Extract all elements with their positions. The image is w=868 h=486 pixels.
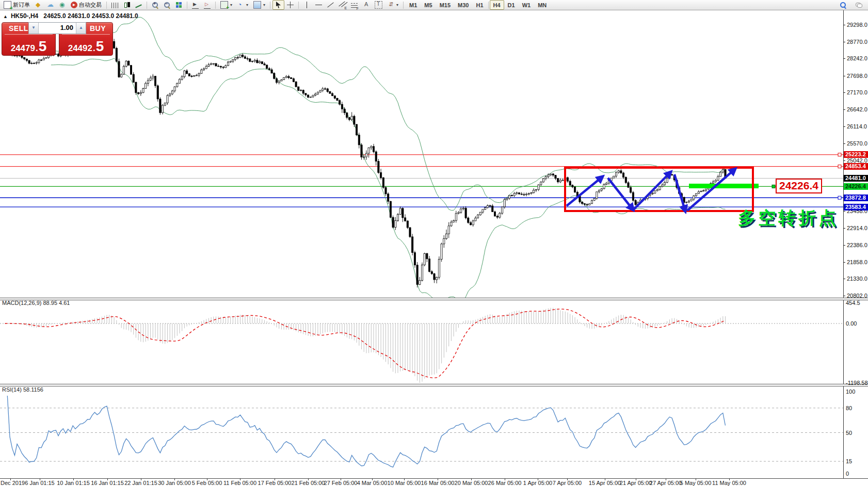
toolbar-separator[interactable] <box>270 2 270 9</box>
timeframe-h1-button[interactable]: H1 <box>472 0 487 10</box>
timeframe-h4-button[interactable]: H4 <box>490 0 504 10</box>
templates-button[interactable]: ▾ <box>251 0 268 10</box>
zoom-out-button[interactable] <box>161 0 173 10</box>
time-tick-label: 11 May 05:00 <box>712 480 746 486</box>
rsi-line <box>7 396 725 467</box>
price-tick-dash <box>843 109 845 110</box>
text-button[interactable] <box>360 0 372 10</box>
trendline-button[interactable] <box>325 0 336 10</box>
support-level-price-label[interactable]: 24226.4 <box>776 179 822 193</box>
sell-price: 24479.5 <box>2 40 55 54</box>
horizontal-line-button[interactable] <box>313 0 325 10</box>
cursor-button[interactable] <box>272 0 284 10</box>
pane-splitter-rsi[interactable] <box>0 384 868 386</box>
fibo-icon <box>351 2 358 8</box>
trend-arrow[interactable] <box>567 176 603 206</box>
fibonacci-button[interactable] <box>348 0 360 10</box>
timeframe-m1-button[interactable]: M1 <box>406 0 421 10</box>
text-label-button[interactable] <box>372 0 385 10</box>
toolbar-group[interactable]: ▾▾▾ <box>217 0 269 10</box>
timeframe-m30-button[interactable]: M30 <box>454 0 472 10</box>
time-tick-label: 5 Feb 05:00 <box>192 480 222 486</box>
periods-dropdown-icon[interactable]: ▾ <box>246 3 248 7</box>
timeframe-mn-button[interactable]: MN <box>534 0 550 10</box>
macd-pane-canvas <box>0 299 843 384</box>
metaeditor-button[interactable] <box>33 0 44 10</box>
timeframe-m5-button[interactable]: M5 <box>421 0 436 10</box>
arrows-dropdown-icon[interactable]: ▾ <box>396 3 398 7</box>
vline-icon <box>303 2 310 8</box>
trend-arrow[interactable] <box>633 172 671 210</box>
toolbar-separator[interactable] <box>106 2 107 9</box>
price-tick-dash <box>843 143 845 144</box>
turning-point-note[interactable]: 多空转折点 <box>738 206 839 230</box>
chart-shift-button[interactable] <box>201 0 213 10</box>
level-marker[interactable] <box>772 185 775 188</box>
volume-decrease-button[interactable]: ▼ <box>29 23 39 34</box>
time-tick-label: 30 Jan 05:00 <box>158 480 191 486</box>
time-axis-border <box>0 478 868 479</box>
timeframe-group[interactable]: M1M5M15M30H1H4D1W1MN <box>405 0 551 10</box>
price-tick-dash <box>843 262 845 263</box>
timeframe-w1-button[interactable]: W1 <box>519 0 535 10</box>
community-button[interactable] <box>44 0 56 10</box>
search-button[interactable] <box>837 0 849 10</box>
price-tick-label: 25570.0 <box>847 140 867 147</box>
autotrading-button[interactable]: 自动交易 <box>68 0 104 10</box>
bar-chart-button[interactable] <box>109 0 121 10</box>
level-marker[interactable] <box>838 165 841 168</box>
arrows-button[interactable]: ▾ <box>385 0 401 10</box>
templates-icon <box>253 1 261 9</box>
toolbar-separator[interactable] <box>298 2 299 9</box>
toolbar-group[interactable]: 新订单自动交易 <box>0 0 105 10</box>
chart-title: ▲HK50-,H424625.0 24631.0 24453.0 24481.0 <box>3 12 138 20</box>
timeframe-m15-button[interactable]: M15 <box>436 0 454 10</box>
toolbar-right[interactable] <box>837 0 868 10</box>
timeframe-d1-button[interactable]: D1 <box>504 0 519 10</box>
equidistant-channel-button[interactable] <box>336 0 348 10</box>
zoom-in-button[interactable] <box>149 0 161 10</box>
toolbar-group[interactable] <box>271 0 297 10</box>
pane-splitter-macd[interactable] <box>0 298 868 300</box>
time-tick-label: 22 Jan 01:15 <box>124 480 157 486</box>
toolbar-separator[interactable] <box>215 2 216 9</box>
toolbar-group[interactable]: ▾ <box>300 0 402 10</box>
templates-dropdown-icon[interactable]: ▾ <box>263 3 265 7</box>
rsi-pane-canvas <box>0 386 843 478</box>
candlestick-chart-button[interactable] <box>121 0 133 10</box>
toolbar-group[interactable] <box>188 0 214 10</box>
toolbar-group[interactable] <box>148 0 186 10</box>
macd-histogram <box>5 308 726 383</box>
toolbar-separator[interactable] <box>187 2 187 9</box>
toolbar-separator[interactable] <box>403 2 404 9</box>
line-chart-button[interactable] <box>133 0 144 10</box>
trend-arrow[interactable] <box>674 174 685 212</box>
periods-button[interactable]: ▾ <box>235 0 251 10</box>
support-bar[interactable] <box>689 184 759 188</box>
toolbar-group[interactable] <box>108 0 146 10</box>
trend-arrows[interactable] <box>567 169 735 212</box>
price-tick-dash <box>843 245 845 246</box>
toolbar-separator[interactable] <box>147 2 147 9</box>
auto-scroll-button[interactable] <box>189 0 201 10</box>
signals-icon <box>59 2 66 8</box>
volume-input[interactable]: 1.00 <box>39 23 76 34</box>
new-chart-button[interactable]: ▾ <box>218 0 235 10</box>
vertical-line-button[interactable] <box>301 0 313 10</box>
candles-icon <box>123 2 130 8</box>
volume-increase-button[interactable]: ▲ <box>76 23 86 34</box>
crosshair-button[interactable] <box>284 0 296 10</box>
new-chart-dropdown-icon[interactable]: ▾ <box>230 3 232 7</box>
time-tick-label: 21 Apr 05:00 <box>620 480 652 486</box>
trend-arrow[interactable] <box>608 178 633 210</box>
level-marker[interactable] <box>838 196 841 199</box>
collapse-panel-icon[interactable]: ▲ <box>3 14 8 19</box>
chat-button[interactable] <box>853 0 865 10</box>
tile-windows-button[interactable] <box>173 0 185 10</box>
trend-arrow[interactable] <box>687 169 735 210</box>
toolbar-separator[interactable] <box>488 2 489 9</box>
signals-button[interactable] <box>56 0 68 10</box>
rsi-axis-label: 15 <box>846 458 852 464</box>
level-marker[interactable] <box>838 153 841 156</box>
new-order-button[interactable]: 新订单 <box>1 0 33 10</box>
